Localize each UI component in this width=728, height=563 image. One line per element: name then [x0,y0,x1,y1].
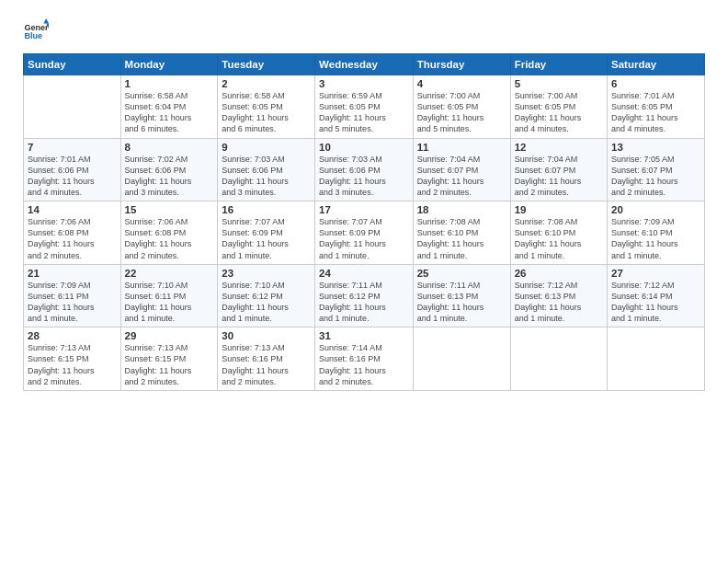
day-number: 27 [611,268,700,279]
day-info: Sunrise: 6:58 AMSunset: 6:04 PMDaylight:… [125,90,214,135]
day-info: Sunrise: 6:59 AMSunset: 6:05 PMDaylight:… [319,90,409,135]
day-info: Sunrise: 7:02 AMSunset: 6:06 PMDaylight:… [125,154,214,199]
calendar-cell: 22Sunrise: 7:10 AMSunset: 6:11 PMDayligh… [120,264,218,327]
calendar-week-row: 7Sunrise: 7:01 AMSunset: 6:06 PMDaylight… [24,138,705,201]
day-info: Sunrise: 7:01 AMSunset: 6:06 PMDaylight:… [28,154,117,199]
logo-icon: General Blue [23,18,49,44]
calendar-cell: 29Sunrise: 7:13 AMSunset: 6:15 PMDayligh… [120,327,218,391]
day-info: Sunrise: 7:00 AMSunset: 6:05 PMDaylight:… [417,90,506,135]
calendar-cell [608,327,705,391]
calendar-cell: 12Sunrise: 7:04 AMSunset: 6:07 PMDayligh… [510,138,607,201]
day-info: Sunrise: 7:04 AMSunset: 6:07 PMDaylight:… [417,154,506,199]
day-number: 16 [222,204,311,215]
day-info: Sunrise: 7:03 AMSunset: 6:06 PMDaylight:… [222,154,311,199]
day-info: Sunrise: 7:11 AMSunset: 6:13 PMDaylight:… [417,280,506,325]
day-info: Sunrise: 7:13 AMSunset: 6:16 PMDaylight:… [222,342,311,387]
day-number: 21 [28,268,117,279]
calendar-week-row: 28Sunrise: 7:13 AMSunset: 6:15 PMDayligh… [24,327,705,391]
calendar-cell: 1Sunrise: 6:58 AMSunset: 6:04 PMDaylight… [120,75,218,139]
day-number: 13 [611,142,700,153]
day-info: Sunrise: 7:09 AMSunset: 6:10 PMDaylight:… [611,216,700,261]
day-number: 6 [611,78,700,89]
day-info: Sunrise: 7:14 AMSunset: 6:16 PMDaylight:… [319,342,409,387]
day-info: Sunrise: 7:07 AMSunset: 6:09 PMDaylight:… [222,216,311,261]
calendar-cell [413,327,510,391]
day-number: 18 [417,204,506,215]
day-info: Sunrise: 7:04 AMSunset: 6:07 PMDaylight:… [515,154,603,199]
calendar-week-row: 14Sunrise: 7:06 AMSunset: 6:08 PMDayligh… [24,201,705,265]
svg-text:Blue: Blue [24,31,42,40]
day-info: Sunrise: 7:08 AMSunset: 6:10 PMDaylight:… [417,216,506,261]
day-number: 3 [319,78,409,89]
weekday-header: Thursday [413,54,510,75]
weekday-header: Saturday [608,54,705,75]
calendar-cell: 13Sunrise: 7:05 AMSunset: 6:07 PMDayligh… [608,138,705,201]
day-info: Sunrise: 7:12 AMSunset: 6:14 PMDaylight:… [611,280,700,325]
day-info: Sunrise: 7:01 AMSunset: 6:05 PMDaylight:… [611,90,700,135]
day-info: Sunrise: 7:11 AMSunset: 6:12 PMDaylight:… [319,280,409,325]
day-number: 20 [611,204,700,215]
day-number: 19 [515,204,603,215]
calendar-cell: 30Sunrise: 7:13 AMSunset: 6:16 PMDayligh… [218,327,315,391]
calendar-cell [24,75,121,139]
day-number: 12 [515,142,603,153]
day-number: 1 [125,78,214,89]
calendar-cell: 14Sunrise: 7:06 AMSunset: 6:08 PMDayligh… [24,201,121,265]
day-number: 5 [515,78,603,89]
calendar-cell: 4Sunrise: 7:00 AMSunset: 6:05 PMDaylight… [413,75,510,139]
day-number: 30 [222,330,311,341]
calendar-table: SundayMondayTuesdayWednesdayThursdayFrid… [23,53,705,391]
day-info: Sunrise: 6:58 AMSunset: 6:05 PMDaylight:… [222,90,311,135]
calendar-cell: 23Sunrise: 7:10 AMSunset: 6:12 PMDayligh… [218,264,315,327]
day-number: 22 [125,268,214,279]
day-info: Sunrise: 7:03 AMSunset: 6:06 PMDaylight:… [319,154,409,199]
day-info: Sunrise: 7:10 AMSunset: 6:12 PMDaylight:… [222,280,311,325]
calendar-week-row: 1Sunrise: 6:58 AMSunset: 6:04 PMDaylight… [24,75,705,139]
calendar-cell: 3Sunrise: 6:59 AMSunset: 6:05 PMDaylight… [315,75,414,139]
day-info: Sunrise: 7:13 AMSunset: 6:15 PMDaylight:… [125,342,214,387]
calendar-cell: 10Sunrise: 7:03 AMSunset: 6:06 PMDayligh… [315,138,414,201]
calendar-cell: 7Sunrise: 7:01 AMSunset: 6:06 PMDaylight… [24,138,121,201]
day-number: 28 [28,330,117,341]
weekday-header: Wednesday [315,54,414,75]
calendar-cell: 19Sunrise: 7:08 AMSunset: 6:10 PMDayligh… [510,201,607,265]
calendar-cell: 8Sunrise: 7:02 AMSunset: 6:06 PMDaylight… [120,138,218,201]
weekday-header: Friday [510,54,607,75]
calendar-cell: 28Sunrise: 7:13 AMSunset: 6:15 PMDayligh… [24,327,121,391]
calendar-cell: 11Sunrise: 7:04 AMSunset: 6:07 PMDayligh… [413,138,510,201]
day-info: Sunrise: 7:09 AMSunset: 6:11 PMDaylight:… [28,280,117,325]
calendar-cell: 26Sunrise: 7:12 AMSunset: 6:13 PMDayligh… [510,264,607,327]
day-number: 7 [28,142,117,153]
day-number: 14 [28,204,117,215]
day-number: 25 [417,268,506,279]
day-info: Sunrise: 7:13 AMSunset: 6:15 PMDaylight:… [28,342,117,387]
calendar-cell: 20Sunrise: 7:09 AMSunset: 6:10 PMDayligh… [608,201,705,265]
calendar-cell: 15Sunrise: 7:06 AMSunset: 6:08 PMDayligh… [120,201,218,265]
calendar-cell: 31Sunrise: 7:14 AMSunset: 6:16 PMDayligh… [315,327,414,391]
calendar-cell: 6Sunrise: 7:01 AMSunset: 6:05 PMDaylight… [608,75,705,139]
day-info: Sunrise: 7:00 AMSunset: 6:05 PMDaylight:… [515,90,603,135]
day-number: 10 [319,142,409,153]
calendar-cell: 17Sunrise: 7:07 AMSunset: 6:09 PMDayligh… [315,201,414,265]
calendar-cell: 25Sunrise: 7:11 AMSunset: 6:13 PMDayligh… [413,264,510,327]
weekday-header: Monday [120,54,218,75]
day-info: Sunrise: 7:06 AMSunset: 6:08 PMDaylight:… [28,216,117,261]
day-number: 9 [222,142,311,153]
day-info: Sunrise: 7:12 AMSunset: 6:13 PMDaylight:… [515,280,603,325]
svg-marker-2 [43,18,49,24]
day-number: 31 [319,330,409,341]
weekday-header-row: SundayMondayTuesdayWednesdayThursdayFrid… [24,54,705,75]
day-number: 11 [417,142,506,153]
header: General Blue [23,18,705,44]
day-number: 4 [417,78,506,89]
calendar-cell: 2Sunrise: 6:58 AMSunset: 6:05 PMDaylight… [218,75,315,139]
calendar-week-row: 21Sunrise: 7:09 AMSunset: 6:11 PMDayligh… [24,264,705,327]
weekday-header: Sunday [24,54,121,75]
day-number: 15 [125,204,214,215]
day-number: 17 [319,204,409,215]
calendar-cell: 9Sunrise: 7:03 AMSunset: 6:06 PMDaylight… [218,138,315,201]
day-info: Sunrise: 7:07 AMSunset: 6:09 PMDaylight:… [319,216,409,261]
calendar-cell: 18Sunrise: 7:08 AMSunset: 6:10 PMDayligh… [413,201,510,265]
day-info: Sunrise: 7:10 AMSunset: 6:11 PMDaylight:… [125,280,214,325]
day-info: Sunrise: 7:06 AMSunset: 6:08 PMDaylight:… [125,216,214,261]
